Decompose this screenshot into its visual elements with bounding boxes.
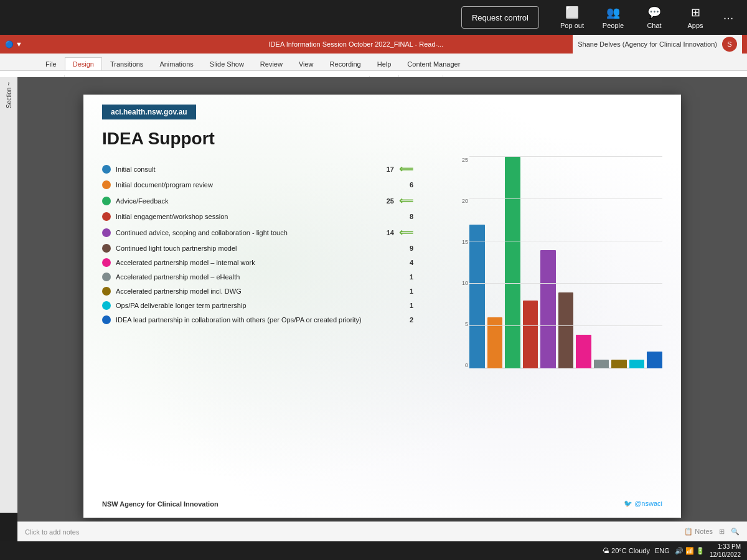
slide-header-bar: aci.health.nsw.gov.au [102,105,196,119]
legend-label: Ops/PA deliverable longer term partnersh… [116,302,396,309]
legend-dot [102,315,111,324]
legend-arrow: ⟸ [399,195,413,207]
legend-value: 2 [401,316,413,324]
chart-bar [505,157,520,368]
left-panel: Section ~ [0,77,17,513]
chart-bar [540,250,556,368]
section-label[interactable]: Section ~ [4,80,14,111]
legend-dot [102,301,111,310]
notes-bar: Click to add notes 📋 Notes ⊞ 🔍 [17,521,747,541]
tab-animations[interactable]: Animations [151,57,201,70]
legend-dot [102,273,111,281]
tab-view[interactable]: View [291,57,322,70]
legend-item: IDEA lead partnership in collaboration w… [102,315,413,324]
chat-button[interactable]: 💬 Chat [634,0,675,35]
people-button[interactable]: 👥 People [593,0,634,35]
y-gridline [469,241,662,241]
legend-value: 6 [401,181,413,189]
chat-icon: 💬 [647,6,661,19]
legend-value: 17 [382,166,394,173]
chart-bar [523,301,538,368]
language-text: ENG [655,547,670,554]
legend-item: Continued advice, scoping and collaborat… [102,226,413,238]
legend-dot [102,258,111,267]
legend-arrow: ⟸ [399,163,413,175]
user-avatar: S [722,37,737,52]
user-info: Shane Delves (Agency for Clinical Innova… [573,35,742,54]
legend-item: Initial consult17⟸ [102,163,413,175]
slide-area: aci.health.nsw.gov.au IDEA Support Initi… [17,77,747,535]
bar-chart: 0 5 10 15 20 25 [457,151,669,387]
chart-inner: 0 5 10 15 20 25 [457,151,669,387]
chart-bar [469,225,485,368]
legend-value: 14 [382,229,394,236]
legend-label: Accelerated partnership model – eHealth [116,273,396,281]
legend-value: 1 [401,302,413,309]
status-right: 🌤 20°C Cloudy ENG 🔊 📶 🔋 1:33 PM 12/10/20… [603,543,741,559]
clock: 1:33 PM 12/10/2022 [710,543,741,559]
legend-item: Initial engagement/workshop session8 [102,212,413,221]
apps-button[interactable]: ⊞ Apps [675,0,716,35]
chart-bar [558,292,574,368]
taskbar-icons: 🔊 📶 🔋 [675,547,705,555]
legend-dot [102,244,111,253]
legend-label: IDEA lead partnership in collaboration w… [116,316,396,324]
zoom-button[interactable]: 🔍 [731,528,740,536]
chart-bar [629,360,645,368]
legend-item: Ops/PA deliverable longer term partnersh… [102,301,413,310]
tab-slideshow[interactable]: Slide Show [202,57,252,70]
legend-list: Initial consult17⟸Initial document/progr… [102,163,413,330]
legend-value: 4 [401,259,413,266]
tab-file[interactable]: File [37,57,65,70]
chart-bar [576,335,591,368]
chart-bar [594,360,609,368]
slide-twitter: 🐦 @nswaci [624,500,662,508]
legend-value: 1 [401,287,413,295]
legend-label: Accelerated partnership model incl. DWG [116,287,396,295]
y-gridline [469,198,662,199]
user-name: Shane Delves (Agency for Clinical Innova… [578,40,717,48]
request-control-button[interactable]: Request control [461,6,539,29]
view-toggle-button[interactable]: ⊞ [719,528,725,536]
legend-label: Initial document/program review [116,181,396,189]
y-gridline [469,283,662,284]
slide: aci.health.nsw.gov.au IDEA Support Initi… [83,95,681,518]
legend-dot [102,197,111,205]
legend-value: 1 [401,273,413,281]
legend-label: Continued advice, scoping and collaborat… [116,229,377,236]
more-button[interactable]: ··· [716,11,741,25]
chart-bar [611,360,627,368]
apps-icon: ⊞ [691,6,700,19]
chart-yaxis: 0 5 10 15 20 25 [457,157,468,368]
tab-help[interactable]: Help [369,57,400,70]
y-gridline [469,325,662,326]
chart-bar [647,352,662,368]
weather-text: 🌤 20°C Cloudy [603,547,650,554]
pop-out-icon: ⬜ [565,6,579,19]
legend-item: Accelerated partnership model – internal… [102,258,413,267]
legend-value: 25 [382,197,394,205]
legend-label: Continued light touch partnership model [116,245,396,252]
slide-footer: NSW Agency for Clinical Innovation [102,500,218,508]
tab-review[interactable]: Review [252,57,291,70]
legend-item: Accelerated partnership model – eHealth1 [102,273,413,281]
tab-recording[interactable]: Recording [322,57,369,70]
legend-dot [102,228,111,237]
tab-design[interactable]: Design [65,57,102,70]
legend-item: Advice/Feedback25⟸ [102,195,413,207]
legend-label: Initial consult [116,166,377,173]
status-bar: 🌤 20°C Cloudy ENG 🔊 📶 🔋 1:33 PM 12/10/20… [0,541,747,560]
pop-out-button[interactable]: ⬜ Pop out [552,0,593,35]
notes-button[interactable]: 📋 Notes [684,528,713,536]
legend-dot [102,180,111,189]
legend-label: Initial engagement/workshop session [116,213,396,220]
people-icon: 👥 [606,6,620,19]
legend-label: Advice/Feedback [116,197,377,205]
tab-content-manager[interactable]: Content Manager [399,57,468,70]
notes-placeholder[interactable]: Click to add notes [25,528,79,536]
legend-dot [102,212,111,221]
legend-dot [102,287,111,296]
legend-item: Continued light touch partnership model9 [102,244,413,253]
tab-transitions[interactable]: Transitions [102,57,151,70]
ribbon-tabs: File Design Transitions Animations Slide… [0,54,747,71]
